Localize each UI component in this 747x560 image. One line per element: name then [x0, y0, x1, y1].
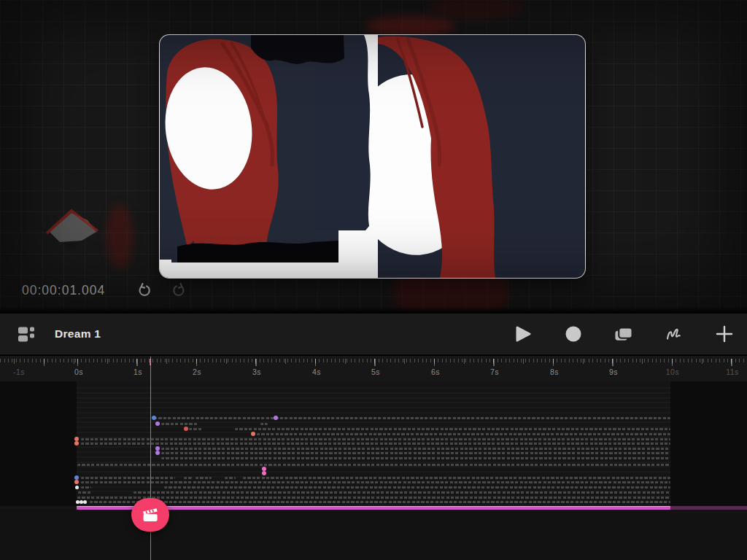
- ruler-label-7s: 7s: [490, 368, 499, 376]
- ghost-paint-smudge: [429, 0, 524, 19]
- ruler-label-6s: 6s: [431, 368, 440, 376]
- undo-button[interactable]: [133, 281, 155, 302]
- add-icon: [716, 325, 733, 343]
- ruler-label-0s: 0s: [74, 368, 83, 376]
- theater-menu-button[interactable]: [17, 324, 36, 343]
- record-button[interactable]: [564, 324, 583, 343]
- timeline-ruler[interactable]: -1s0s1s2s3s4s5s6s7s8s9s10s11s: [0, 355, 747, 381]
- timeline-toolbar: Dream 1: [0, 314, 747, 355]
- ghost-paint-smudge: [366, 16, 455, 36]
- ruler-label-1s: 1s: [133, 368, 142, 376]
- perform-scribble-icon: [665, 326, 684, 342]
- timecode-display: 00:00:01.004: [22, 283, 105, 298]
- post-roll-shade: [670, 381, 747, 506]
- toolbar-actions: [514, 324, 734, 343]
- add-button[interactable]: [715, 324, 734, 343]
- ruler-label-4s: 4s: [312, 368, 321, 376]
- ghost-paint-smudge: [107, 204, 133, 270]
- ruler-label-2s: 2s: [193, 368, 201, 376]
- flipbook-track-bar-dim: [670, 506, 747, 510]
- redo-button[interactable]: [168, 281, 190, 302]
- playback-info-bar: 00:00:01.004: [0, 279, 747, 308]
- ruler-second-ticks: [0, 359, 747, 366]
- ruler-label--1s: -1s: [13, 368, 25, 376]
- stage-ghost-shape: [41, 209, 102, 248]
- record-icon: [565, 326, 581, 342]
- canvas-stage: 00:00:01.004: [0, 0, 747, 314]
- stage-bottom-fade: [0, 306, 747, 314]
- theater-grid-icon: [18, 326, 35, 342]
- redo-icon: [171, 283, 187, 298]
- project-title: Dream 1: [55, 327, 101, 341]
- canvas-artwork: [160, 35, 585, 278]
- ruler-label-8s: 8s: [550, 368, 559, 376]
- ruler-label-10s: 10s: [666, 368, 679, 376]
- play-icon: [515, 326, 531, 342]
- pre-roll-shade: [0, 381, 77, 506]
- playhead-handle[interactable]: [131, 498, 169, 532]
- timeline-lower-area: [0, 510, 747, 560]
- content-button[interactable]: [614, 324, 633, 343]
- ruler-label-3s: 3s: [252, 368, 261, 376]
- timeline-tracks[interactable]: [0, 381, 747, 560]
- undo-icon: [136, 283, 152, 298]
- ruler-label-11s: 11s: [726, 368, 739, 376]
- track-stripes: [77, 387, 670, 506]
- content-icon: [614, 326, 633, 342]
- drawing-canvas[interactable]: [159, 34, 586, 279]
- ruler-label-5s: 5s: [371, 368, 380, 376]
- procreate-dreams-app: 00:00:01.004: [0, 0, 747, 560]
- clapperboard-icon: [141, 507, 160, 523]
- play-button[interactable]: [514, 324, 533, 343]
- perform-button[interactable]: [665, 324, 684, 343]
- ruler-label-9s: 9s: [609, 368, 618, 376]
